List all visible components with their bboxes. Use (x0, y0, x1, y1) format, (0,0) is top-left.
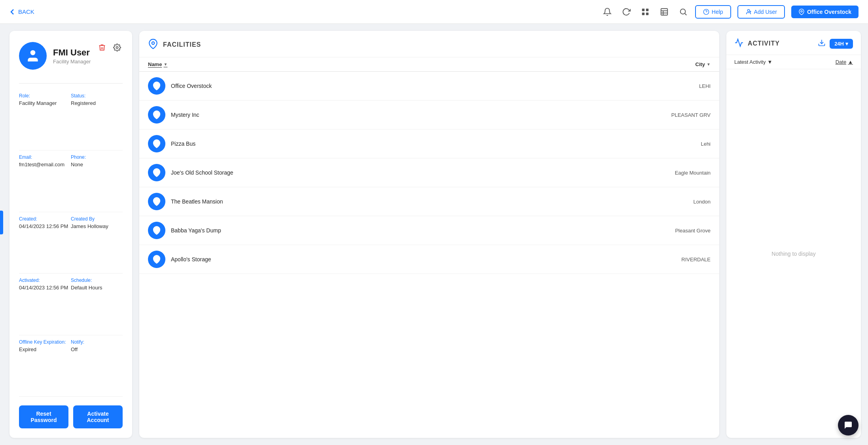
facilities-header: FACILITIES (139, 31, 719, 57)
facility-name: Mystery Inc (171, 112, 642, 118)
main-content: FMI User Facility Manager (0, 24, 868, 445)
top-navigation: BACK (0, 0, 868, 24)
time-selector[interactable]: 24H ▾ (830, 39, 853, 49)
date-sort[interactable]: Date ▲ (836, 59, 853, 65)
facility-avatar (148, 251, 165, 268)
facility-avatar (148, 164, 165, 181)
nav-icons (602, 6, 689, 17)
user-profile-panel: FMI User Facility Manager (9, 31, 132, 438)
add-user-button[interactable]: Add User (737, 5, 785, 19)
facility-city: Pleasant Grove (647, 228, 711, 234)
activity-header: ACTIVITY 24H ▾ (726, 31, 861, 55)
facilities-column-header: Name ▼ City ▼ (139, 57, 719, 72)
org-button[interactable]: Office Overstock (791, 6, 859, 18)
name-sort-icon: ▼ (163, 62, 167, 67)
city-sort-icon: ▼ (707, 62, 711, 67)
schedule-field: Schedule: Default Hours (71, 274, 123, 335)
search-icon[interactable] (678, 6, 689, 17)
role-field: Role: Facility Manager (19, 89, 71, 150)
activated-field: Activated: 04/14/2023 12:56 PM (19, 274, 71, 335)
facility-city: PLEASANT GRV (647, 112, 711, 118)
created-by-field: Created By James Holloway (71, 212, 123, 274)
svg-point-17 (116, 47, 118, 49)
activity-empty-state: Nothing to display (726, 69, 861, 438)
settings-button[interactable] (112, 42, 123, 53)
svg-point-18 (152, 42, 155, 45)
facility-city: Lehi (647, 141, 711, 147)
svg-point-15 (801, 10, 802, 12)
facility-row[interactable]: Apollo's Storage RIVERDALE (139, 245, 719, 274)
table-icon[interactable] (659, 6, 670, 17)
facilities-title: FACILITIES (163, 41, 201, 48)
facility-name: Joe's Old School Storage (171, 169, 642, 176)
panel-footer: Reset Password Activate Account (19, 405, 123, 428)
created-field: Created: 04/14/2023 12:56 PM (19, 212, 71, 274)
avatar (19, 42, 47, 70)
user-role: Facility Manager (53, 59, 123, 65)
back-button[interactable]: BACK (9, 8, 34, 15)
activity-filter-row: Latest Activity ▼ Date ▲ (726, 55, 861, 69)
facility-row[interactable]: Joe's Old School Storage Eagle Mountain (139, 158, 719, 187)
status-field: Status: Registered (71, 89, 123, 150)
svg-point-19 (155, 84, 158, 86)
svg-rect-4 (661, 8, 668, 15)
facilities-panel: FACILITIES Name ▼ City ▼ Office Overstoc… (139, 31, 719, 438)
phone-field: Phone: None (71, 150, 123, 212)
back-label: BACK (18, 8, 34, 15)
facility-avatar (148, 106, 165, 124)
facility-row[interactable]: The Beatles Mansion London (139, 187, 719, 216)
facility-city: Eagle Mountain (647, 170, 711, 176)
facility-name: Apollo's Storage (171, 256, 642, 262)
activity-panel: ACTIVITY 24H ▾ Latest Activity ▼ Date ▲ (726, 31, 861, 438)
download-icon[interactable] (818, 39, 826, 49)
offline-key-field: Offline Key Expiration: Expired (19, 335, 71, 397)
svg-point-16 (30, 50, 36, 55)
info-grid: Role: Facility Manager Status: Registere… (19, 89, 123, 397)
facility-name: Babba Yaga's Dump (171, 227, 642, 234)
tab-indicator (0, 211, 3, 234)
svg-point-24 (155, 228, 158, 231)
facility-row[interactable]: Babba Yaga's Dump Pleasant Grove (139, 216, 719, 245)
facility-avatar (148, 77, 165, 95)
city-column-header[interactable]: City ▼ (647, 61, 711, 67)
refresh-icon[interactable] (621, 6, 632, 17)
facility-avatar (148, 222, 165, 239)
reset-password-button[interactable]: Reset Password (19, 405, 68, 428)
facility-row[interactable]: Office Overstock LEHI (139, 72, 719, 101)
notification-icon[interactable] (602, 6, 613, 17)
divider (19, 83, 123, 84)
name-column-header[interactable]: Name ▼ (148, 61, 647, 67)
activate-account-button[interactable]: Activate Account (73, 405, 123, 428)
facilities-icon (148, 39, 158, 51)
user-header: FMI User Facility Manager (19, 42, 123, 70)
grid-icon[interactable] (640, 6, 651, 17)
activity-title: ACTIVITY (748, 40, 814, 47)
facilities-list: Office Overstock LEHI Mystery Inc PLEASA… (139, 72, 719, 438)
email-field: Email: fm1test@email.com (19, 150, 71, 212)
svg-point-21 (155, 142, 158, 144)
svg-point-20 (155, 113, 158, 115)
activity-filter[interactable]: Latest Activity ▼ (734, 59, 772, 65)
facility-row[interactable]: Pizza Bus Lehi (139, 129, 719, 158)
svg-line-9 (685, 13, 686, 15)
facility-city: LEHI (647, 83, 711, 89)
help-button[interactable]: Help (695, 5, 731, 19)
facility-row[interactable]: Mystery Inc PLEASANT GRV (139, 101, 719, 129)
svg-point-22 (155, 171, 158, 173)
svg-rect-3 (646, 12, 648, 15)
svg-rect-0 (642, 8, 644, 11)
svg-point-25 (155, 257, 158, 260)
notify-field: Notify: Off (71, 335, 123, 397)
svg-point-23 (155, 200, 158, 202)
svg-rect-2 (642, 12, 644, 15)
chat-fab[interactable] (838, 415, 859, 435)
facility-name: Pizza Bus (171, 141, 642, 147)
delete-button[interactable] (97, 42, 108, 53)
facility-city: London (647, 199, 711, 205)
facility-name: Office Overstock (171, 83, 642, 89)
activity-icon (734, 38, 744, 49)
facility-name: The Beatles Mansion (171, 198, 642, 205)
svg-rect-1 (646, 8, 648, 11)
svg-point-8 (680, 9, 685, 14)
svg-point-12 (747, 10, 749, 11)
